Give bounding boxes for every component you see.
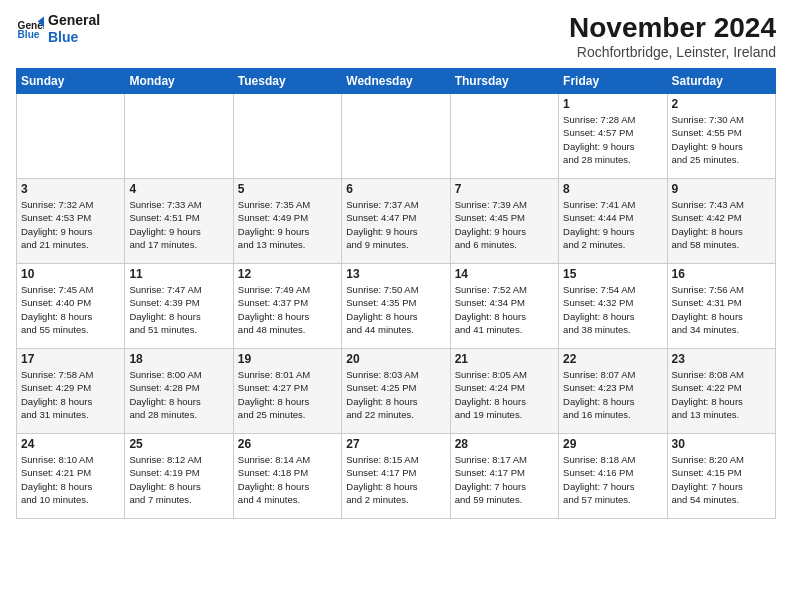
- day-number: 12: [238, 267, 337, 281]
- day-number: 5: [238, 182, 337, 196]
- logo-line1: General: [48, 12, 100, 29]
- day-info: Sunrise: 8:15 AM Sunset: 4:17 PM Dayligh…: [346, 453, 445, 506]
- col-monday: Monday: [125, 69, 233, 94]
- day-info: Sunrise: 7:50 AM Sunset: 4:35 PM Dayligh…: [346, 283, 445, 336]
- day-number: 22: [563, 352, 662, 366]
- table-row: 20Sunrise: 8:03 AM Sunset: 4:25 PM Dayli…: [342, 349, 450, 434]
- day-info: Sunrise: 7:39 AM Sunset: 4:45 PM Dayligh…: [455, 198, 554, 251]
- day-number: 28: [455, 437, 554, 451]
- table-row: [233, 94, 341, 179]
- day-info: Sunrise: 7:58 AM Sunset: 4:29 PM Dayligh…: [21, 368, 120, 421]
- day-info: Sunrise: 8:01 AM Sunset: 4:27 PM Dayligh…: [238, 368, 337, 421]
- day-number: 8: [563, 182, 662, 196]
- logo-line2: Blue: [48, 29, 100, 46]
- day-number: 15: [563, 267, 662, 281]
- table-row: 6Sunrise: 7:37 AM Sunset: 4:47 PM Daylig…: [342, 179, 450, 264]
- col-sunday: Sunday: [17, 69, 125, 94]
- table-row: 7Sunrise: 7:39 AM Sunset: 4:45 PM Daylig…: [450, 179, 558, 264]
- day-info: Sunrise: 7:33 AM Sunset: 4:51 PM Dayligh…: [129, 198, 228, 251]
- day-info: Sunrise: 8:17 AM Sunset: 4:17 PM Dayligh…: [455, 453, 554, 506]
- col-friday: Friday: [559, 69, 667, 94]
- col-wednesday: Wednesday: [342, 69, 450, 94]
- title-area: November 2024 Rochfortbridge, Leinster, …: [569, 12, 776, 60]
- day-number: 25: [129, 437, 228, 451]
- table-row: 29Sunrise: 8:18 AM Sunset: 4:16 PM Dayli…: [559, 434, 667, 519]
- calendar-week-4: 17Sunrise: 7:58 AM Sunset: 4:29 PM Dayli…: [17, 349, 776, 434]
- calendar-week-1: 1Sunrise: 7:28 AM Sunset: 4:57 PM Daylig…: [17, 94, 776, 179]
- day-number: 10: [21, 267, 120, 281]
- table-row: 21Sunrise: 8:05 AM Sunset: 4:24 PM Dayli…: [450, 349, 558, 434]
- day-info: Sunrise: 7:41 AM Sunset: 4:44 PM Dayligh…: [563, 198, 662, 251]
- calendar-week-3: 10Sunrise: 7:45 AM Sunset: 4:40 PM Dayli…: [17, 264, 776, 349]
- day-info: Sunrise: 8:14 AM Sunset: 4:18 PM Dayligh…: [238, 453, 337, 506]
- logo: General Blue General Blue: [16, 12, 100, 46]
- month-title: November 2024: [569, 12, 776, 44]
- day-info: Sunrise: 8:18 AM Sunset: 4:16 PM Dayligh…: [563, 453, 662, 506]
- table-row: [125, 94, 233, 179]
- day-number: 9: [672, 182, 771, 196]
- day-info: Sunrise: 7:52 AM Sunset: 4:34 PM Dayligh…: [455, 283, 554, 336]
- table-row: 30Sunrise: 8:20 AM Sunset: 4:15 PM Dayli…: [667, 434, 775, 519]
- day-number: 7: [455, 182, 554, 196]
- table-row: 12Sunrise: 7:49 AM Sunset: 4:37 PM Dayli…: [233, 264, 341, 349]
- day-number: 6: [346, 182, 445, 196]
- day-info: Sunrise: 7:32 AM Sunset: 4:53 PM Dayligh…: [21, 198, 120, 251]
- day-number: 4: [129, 182, 228, 196]
- table-row: 22Sunrise: 8:07 AM Sunset: 4:23 PM Dayli…: [559, 349, 667, 434]
- table-row: 11Sunrise: 7:47 AM Sunset: 4:39 PM Dayli…: [125, 264, 233, 349]
- day-number: 30: [672, 437, 771, 451]
- day-info: Sunrise: 7:56 AM Sunset: 4:31 PM Dayligh…: [672, 283, 771, 336]
- calendar-header-row: Sunday Monday Tuesday Wednesday Thursday…: [17, 69, 776, 94]
- day-number: 29: [563, 437, 662, 451]
- table-row: 23Sunrise: 8:08 AM Sunset: 4:22 PM Dayli…: [667, 349, 775, 434]
- day-info: Sunrise: 8:00 AM Sunset: 4:28 PM Dayligh…: [129, 368, 228, 421]
- table-row: 1Sunrise: 7:28 AM Sunset: 4:57 PM Daylig…: [559, 94, 667, 179]
- calendar: Sunday Monday Tuesday Wednesday Thursday…: [16, 68, 776, 519]
- day-info: Sunrise: 7:37 AM Sunset: 4:47 PM Dayligh…: [346, 198, 445, 251]
- day-info: Sunrise: 8:20 AM Sunset: 4:15 PM Dayligh…: [672, 453, 771, 506]
- page: General Blue General Blue November 2024 …: [0, 0, 792, 612]
- day-number: 3: [21, 182, 120, 196]
- day-number: 14: [455, 267, 554, 281]
- col-saturday: Saturday: [667, 69, 775, 94]
- day-info: Sunrise: 7:54 AM Sunset: 4:32 PM Dayligh…: [563, 283, 662, 336]
- day-number: 11: [129, 267, 228, 281]
- logo-icon: General Blue: [16, 15, 44, 43]
- table-row: 2Sunrise: 7:30 AM Sunset: 4:55 PM Daylig…: [667, 94, 775, 179]
- location: Rochfortbridge, Leinster, Ireland: [569, 44, 776, 60]
- table-row: 24Sunrise: 8:10 AM Sunset: 4:21 PM Dayli…: [17, 434, 125, 519]
- day-info: Sunrise: 8:10 AM Sunset: 4:21 PM Dayligh…: [21, 453, 120, 506]
- day-number: 23: [672, 352, 771, 366]
- day-number: 24: [21, 437, 120, 451]
- day-info: Sunrise: 8:12 AM Sunset: 4:19 PM Dayligh…: [129, 453, 228, 506]
- day-info: Sunrise: 7:28 AM Sunset: 4:57 PM Dayligh…: [563, 113, 662, 166]
- table-row: 25Sunrise: 8:12 AM Sunset: 4:19 PM Dayli…: [125, 434, 233, 519]
- table-row: 28Sunrise: 8:17 AM Sunset: 4:17 PM Dayli…: [450, 434, 558, 519]
- table-row: 13Sunrise: 7:50 AM Sunset: 4:35 PM Dayli…: [342, 264, 450, 349]
- day-number: 1: [563, 97, 662, 111]
- calendar-week-2: 3Sunrise: 7:32 AM Sunset: 4:53 PM Daylig…: [17, 179, 776, 264]
- table-row: 18Sunrise: 8:00 AM Sunset: 4:28 PM Dayli…: [125, 349, 233, 434]
- day-info: Sunrise: 8:08 AM Sunset: 4:22 PM Dayligh…: [672, 368, 771, 421]
- col-tuesday: Tuesday: [233, 69, 341, 94]
- header: General Blue General Blue November 2024 …: [16, 12, 776, 60]
- table-row: 16Sunrise: 7:56 AM Sunset: 4:31 PM Dayli…: [667, 264, 775, 349]
- table-row: 17Sunrise: 7:58 AM Sunset: 4:29 PM Dayli…: [17, 349, 125, 434]
- day-number: 16: [672, 267, 771, 281]
- table-row: [17, 94, 125, 179]
- table-row: 5Sunrise: 7:35 AM Sunset: 4:49 PM Daylig…: [233, 179, 341, 264]
- table-row: 19Sunrise: 8:01 AM Sunset: 4:27 PM Dayli…: [233, 349, 341, 434]
- table-row: 8Sunrise: 7:41 AM Sunset: 4:44 PM Daylig…: [559, 179, 667, 264]
- day-number: 27: [346, 437, 445, 451]
- day-info: Sunrise: 7:49 AM Sunset: 4:37 PM Dayligh…: [238, 283, 337, 336]
- table-row: 4Sunrise: 7:33 AM Sunset: 4:51 PM Daylig…: [125, 179, 233, 264]
- day-info: Sunrise: 8:03 AM Sunset: 4:25 PM Dayligh…: [346, 368, 445, 421]
- day-number: 18: [129, 352, 228, 366]
- table-row: 9Sunrise: 7:43 AM Sunset: 4:42 PM Daylig…: [667, 179, 775, 264]
- day-info: Sunrise: 7:45 AM Sunset: 4:40 PM Dayligh…: [21, 283, 120, 336]
- table-row: [342, 94, 450, 179]
- day-number: 21: [455, 352, 554, 366]
- day-number: 19: [238, 352, 337, 366]
- day-number: 20: [346, 352, 445, 366]
- day-info: Sunrise: 8:07 AM Sunset: 4:23 PM Dayligh…: [563, 368, 662, 421]
